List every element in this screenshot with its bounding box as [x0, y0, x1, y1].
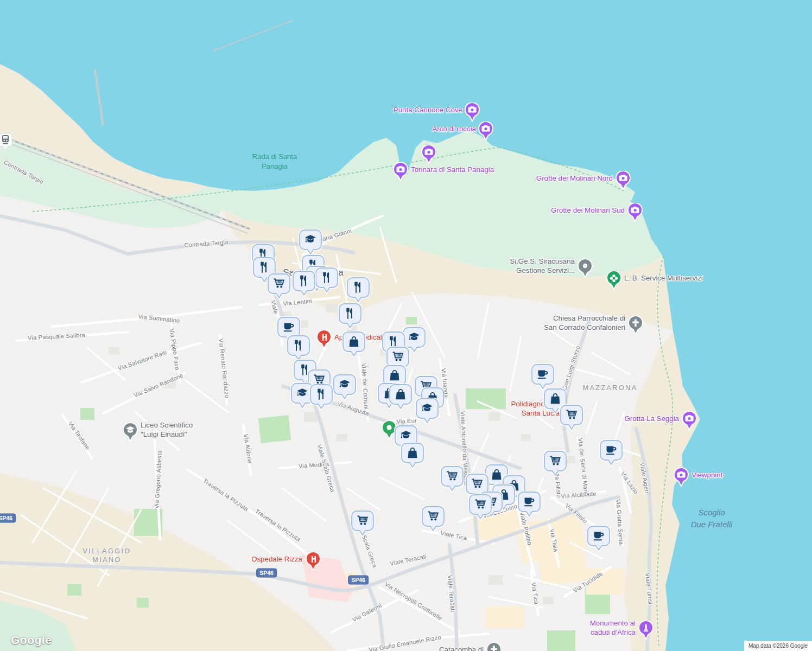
poi-label[interactable]: Punta Cannone Cove — [394, 105, 462, 114]
route-shield: SP46 — [0, 514, 16, 523]
poi-label[interactable]: Viewpoint — [692, 470, 722, 480]
camera-poi-pin[interactable] — [477, 122, 495, 144]
water-label: Rada di SantaPanagia — [252, 152, 297, 171]
grad-marker[interactable] — [333, 374, 357, 401]
poi-label[interactable]: Ospedale Rizza — [251, 554, 302, 564]
poi-label[interactable]: Monumento aicaduti d'Africa — [590, 618, 636, 637]
hospital-poi-pin[interactable] — [304, 552, 322, 575]
camera-poi-pin[interactable] — [614, 171, 632, 194]
camera-icon — [619, 175, 627, 181]
google-maps-canvas[interactable]: Contrada TargiaContrada TargiaVia Maria … — [0, 0, 812, 651]
cart-marker[interactable] — [267, 273, 291, 300]
route-shield: SP46 — [348, 576, 369, 585]
neighborhood-label: VILLAGGIOMIANO — [83, 546, 131, 565]
map-attribution[interactable]: Map data ©2026 Google — [744, 641, 812, 651]
camera-poi-pin[interactable] — [672, 468, 690, 490]
poi-label[interactable]: Grotta La Seggia — [624, 414, 679, 423]
cart-marker[interactable] — [421, 506, 445, 533]
cafe-marker[interactable] — [587, 525, 611, 552]
camera-icon — [397, 166, 405, 173]
stop-icon — [387, 425, 392, 430]
camera-poi-pin[interactable] — [680, 411, 699, 434]
cart-marker[interactable] — [560, 404, 583, 431]
cross-poi-pin[interactable] — [626, 316, 645, 339]
cart-marker[interactable] — [468, 494, 492, 521]
cafe-marker[interactable] — [599, 439, 623, 467]
rest-marker[interactable] — [338, 303, 362, 330]
camera-icon — [425, 149, 433, 155]
road-label: Via Eur — [396, 417, 417, 425]
camera-icon — [631, 207, 639, 213]
train-station-icon[interactable] — [0, 132, 14, 151]
cart-marker[interactable] — [543, 450, 567, 477]
bag-marker[interactable] — [342, 331, 366, 358]
poi-label[interactable]: Arco di roccia — [432, 124, 476, 133]
camera-poi-pin[interactable] — [626, 203, 644, 226]
school-poi-pin[interactable] — [121, 423, 139, 445]
camera-icon — [482, 125, 490, 132]
poi-label[interactable]: Catacomba di — [439, 645, 484, 651]
poi-label[interactable]: Si.Ge.S. SiracusanaGestione Servizi... — [510, 257, 575, 275]
camera-icon — [677, 471, 686, 478]
dot-icon — [583, 264, 587, 268]
poi-label[interactable]: Grotte dei Molinari Nord — [536, 174, 613, 183]
poi-label[interactable]: Grotte dei Molinari Sud — [551, 206, 625, 215]
cross-poi-pin[interactable] — [485, 642, 503, 651]
poi-label[interactable]: edical — [363, 333, 382, 342]
neighborhood-label: MAZZARONA — [583, 383, 638, 393]
rest-marker[interactable] — [292, 270, 316, 297]
poi-label[interactable]: Chiesa Parrocchiale diSan Corrado Confal… — [544, 314, 625, 332]
water-label: ScoglioDue Fratelli — [691, 507, 733, 531]
cart-marker[interactable] — [440, 465, 464, 493]
rest-marker[interactable] — [309, 384, 333, 411]
bag-marker[interactable] — [389, 384, 413, 411]
poi-label[interactable]: Liceo Scientifico"Luigi Einaudi" — [141, 420, 193, 439]
poi-label[interactable]: L. B. Service Multiservizi — [624, 273, 703, 283]
poi-label[interactable]: Tonnara di Santa Panagia — [411, 165, 494, 174]
rest-marker[interactable] — [346, 277, 370, 304]
monument-poi-pin[interactable] — [637, 621, 655, 643]
camera-poi-pin[interactable] — [391, 162, 410, 185]
hospital-poi-pin[interactable] — [315, 330, 333, 353]
flower-poi-pin[interactable] — [605, 271, 623, 293]
cafe-marker[interactable] — [517, 491, 541, 518]
grad-marker[interactable] — [415, 398, 439, 425]
rest-marker[interactable] — [315, 267, 339, 294]
google-logo[interactable]: Google — [11, 634, 52, 647]
cafe-marker[interactable] — [531, 363, 555, 391]
route-shield: SP46 — [256, 569, 277, 578]
cart-marker[interactable] — [351, 510, 375, 537]
rest-marker[interactable] — [287, 335, 310, 362]
bag-marker[interactable] — [401, 442, 424, 469]
camera-icon — [686, 415, 694, 422]
camera-icon — [468, 106, 477, 113]
dot-poi-pin[interactable] — [576, 259, 594, 282]
grad-marker[interactable] — [299, 229, 322, 256]
